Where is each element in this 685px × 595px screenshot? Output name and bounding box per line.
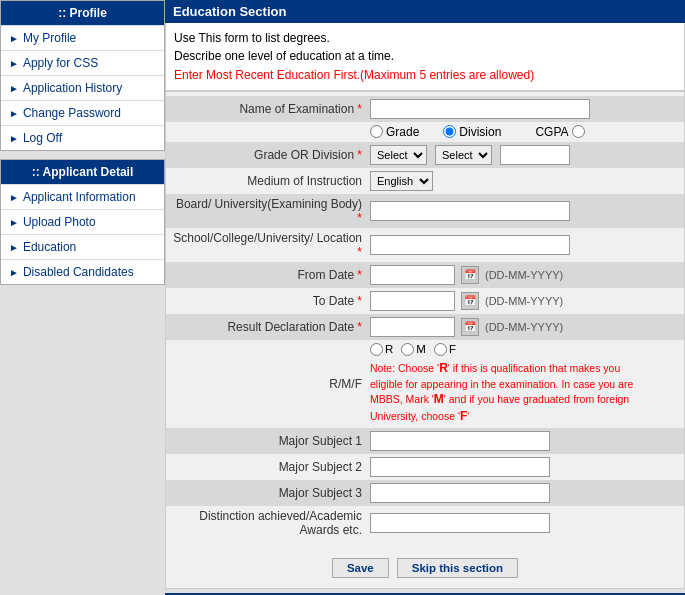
distinction-input[interactable] — [370, 513, 550, 533]
sidebar-item-application-history[interactable]: ► Application History — [1, 75, 164, 100]
division-text: Division — [459, 125, 501, 139]
cgpa-text: CGPA — [535, 125, 568, 139]
result-date-hint: (DD-MM-YYYY) — [485, 321, 563, 333]
sidebar-item-upload-photo[interactable]: ► Upload Photo — [1, 209, 164, 234]
school-row: School/College/University/ Location * — [166, 228, 684, 262]
arrow-icon: ► — [9, 267, 19, 278]
r-radio-label[interactable]: R — [370, 343, 393, 356]
applicant-detail-header: :: Applicant Detail — [1, 160, 164, 184]
intro-line2: Describe one level of education at a tim… — [174, 49, 394, 63]
division-radio-label[interactable]: Division — [443, 125, 501, 139]
arrow-icon: ► — [9, 33, 19, 44]
distinction-label: Distinction achieved/Academic Awards etc… — [170, 509, 370, 537]
distinction-row: Distinction achieved/Academic Awards etc… — [166, 506, 684, 540]
grade-division-input-area: Grade Division CGPA — [370, 125, 680, 139]
grade-text: Grade — [386, 125, 419, 139]
name-of-examination-input-area — [370, 99, 680, 119]
grade-or-division-input-area: Select Select — [370, 145, 680, 165]
to-date-input-area: 📅 (DD-MM-YYYY) — [370, 291, 680, 311]
school-input[interactable] — [370, 235, 570, 255]
major2-row: Major Subject 2 — [166, 454, 684, 480]
to-date-row: To Date * 📅 (DD-MM-YYYY) — [166, 288, 684, 314]
arrow-icon: ► — [9, 83, 19, 94]
medium-select[interactable]: English — [370, 171, 433, 191]
division-select[interactable]: Select — [435, 145, 492, 165]
arrow-icon: ► — [9, 192, 19, 203]
sidebar-item-applicant-info[interactable]: ► Applicant Information — [1, 184, 164, 209]
grade-or-division-row: Grade OR Division * Select Select — [166, 142, 684, 168]
result-date-label: Result Declaration Date * — [170, 320, 370, 334]
to-date-calendar-icon[interactable]: 📅 — [461, 292, 479, 310]
division-radio[interactable] — [443, 125, 456, 138]
major2-label: Major Subject 2 — [170, 460, 370, 474]
f-radio-label[interactable]: F — [434, 343, 456, 356]
name-of-examination-input[interactable] — [370, 99, 590, 119]
sidebar-item-disabled-candidates[interactable]: ► Disabled Candidates — [1, 259, 164, 284]
grade-radio-label[interactable]: Grade — [370, 125, 419, 139]
rmf-note: Note: Choose 'R' if this is qualificatio… — [370, 360, 650, 425]
board-label: Board/ University(Examining Body) * — [170, 197, 370, 225]
sidebar-label: Applicant Information — [23, 190, 136, 204]
major2-input[interactable] — [370, 457, 550, 477]
arrow-icon: ► — [9, 242, 19, 253]
rmf-input-area: R M F Note: Choose 'R' if this is qualif… — [370, 343, 680, 425]
school-label: School/College/University/ Location * — [170, 231, 370, 259]
sidebar-label: Disabled Candidates — [23, 265, 134, 279]
from-date-calendar-icon[interactable]: 📅 — [461, 266, 479, 284]
skip-button[interactable]: Skip this section — [397, 558, 518, 578]
major1-input-area — [370, 431, 680, 451]
rmf-row: R/M/F R M F No — [166, 340, 684, 428]
major3-input[interactable] — [370, 483, 550, 503]
sidebar-label: Change Password — [23, 106, 121, 120]
grade-division-row: Grade Division CGPA — [166, 122, 684, 142]
section-title: Education Section — [165, 0, 685, 23]
grade-select[interactable]: Select — [370, 145, 427, 165]
profile-header: :: Profile — [1, 1, 164, 25]
sidebar-item-log-off[interactable]: ► Log Off — [1, 125, 164, 150]
m-radio-label[interactable]: M — [401, 343, 426, 356]
major3-input-area — [370, 483, 680, 503]
result-date-input[interactable] — [370, 317, 455, 337]
m-radio[interactable] — [401, 343, 414, 356]
name-of-examination-row: Name of Examination * — [166, 96, 684, 122]
arrow-icon: ► — [9, 217, 19, 228]
r-radio[interactable] — [370, 343, 383, 356]
to-date-input[interactable] — [370, 291, 455, 311]
cgpa-radio[interactable] — [572, 125, 585, 138]
sidebar-label: Education — [23, 240, 76, 254]
sidebar-item-education[interactable]: ► Education — [1, 234, 164, 259]
to-date-label: To Date * — [170, 294, 370, 308]
school-input-area — [370, 235, 680, 255]
arrow-icon: ► — [9, 58, 19, 69]
cgpa-radio-label[interactable]: CGPA — [535, 125, 584, 139]
arrow-icon: ► — [9, 108, 19, 119]
rmf-radio-group: R M F — [370, 343, 456, 356]
major3-row: Major Subject 3 — [166, 480, 684, 506]
from-date-input[interactable] — [370, 265, 455, 285]
f-radio[interactable] — [434, 343, 447, 356]
sidebar-label: My Profile — [23, 31, 76, 45]
result-date-calendar-icon[interactable]: 📅 — [461, 318, 479, 336]
major1-row: Major Subject 1 — [166, 428, 684, 454]
sidebar-item-apply-css[interactable]: ► Apply for CSS — [1, 50, 164, 75]
sidebar-label: Log Off — [23, 131, 62, 145]
save-button[interactable]: Save — [332, 558, 389, 578]
grade-radio[interactable] — [370, 125, 383, 138]
arrow-icon: ► — [9, 133, 19, 144]
sidebar-item-change-password[interactable]: ► Change Password — [1, 100, 164, 125]
major1-input[interactable] — [370, 431, 550, 451]
sidebar-label: Application History — [23, 81, 122, 95]
section-intro: Use This form to list degrees. Describe … — [165, 23, 685, 91]
major2-input-area — [370, 457, 680, 477]
to-date-hint: (DD-MM-YYYY) — [485, 295, 563, 307]
from-date-hint: (DD-MM-YYYY) — [485, 269, 563, 281]
medium-input-area: English — [370, 171, 680, 191]
rmf-label: R/M/F — [170, 377, 370, 391]
sidebar-label: Upload Photo — [23, 215, 96, 229]
sidebar-item-my-profile[interactable]: ► My Profile — [1, 25, 164, 50]
board-input[interactable] — [370, 201, 570, 221]
result-date-row: Result Declaration Date * 📅 (DD-MM-YYYY) — [166, 314, 684, 340]
distinction-input-area — [370, 513, 680, 533]
cgpa-input[interactable] — [500, 145, 570, 165]
sidebar-label: Apply for CSS — [23, 56, 98, 70]
